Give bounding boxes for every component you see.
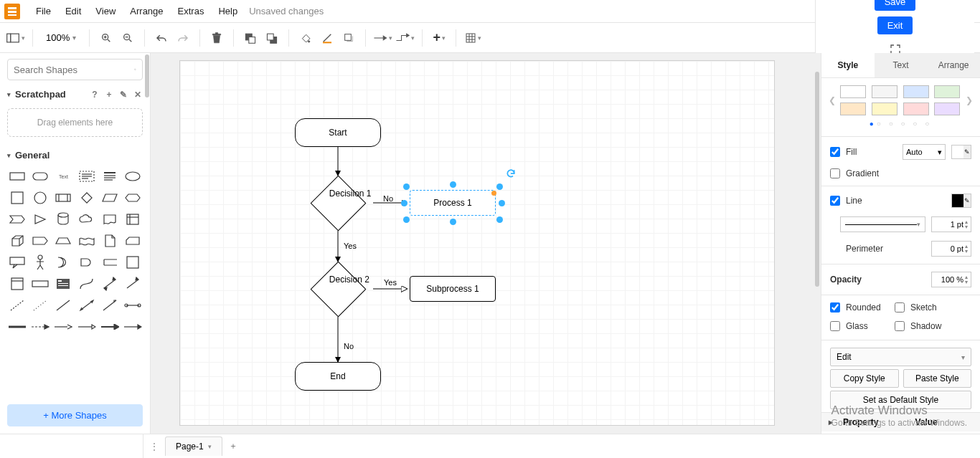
sel-handle-e[interactable] [499, 200, 505, 206]
line-color-button[interactable] [318, 28, 336, 48]
shape-ellipse[interactable] [123, 168, 143, 185]
swatch-4[interactable] [840, 102, 866, 115]
shape-callout[interactable] [7, 254, 27, 271]
canvas-scrollbar[interactable] [815, 57, 819, 408]
swatch-pager[interactable]: ●○ ○ ○ ○ ○ [821, 118, 980, 133]
menu-file[interactable]: File [29, 6, 58, 16]
scratchpad-edit-icon[interactable]: ✎ [118, 90, 128, 100]
shape-step[interactable] [7, 211, 27, 228]
swatch-prev[interactable]: ❮ [829, 95, 836, 105]
gradient-checkbox[interactable] [830, 168, 840, 178]
shape-text[interactable]: Text [53, 168, 73, 185]
shape-datastore[interactable] [100, 254, 120, 271]
drawing-page[interactable]: Start Decisiion 1 No Yes Process 1 [179, 60, 775, 426]
swatch-3[interactable] [934, 85, 960, 98]
swatch-1[interactable] [872, 85, 897, 98]
shape-conn-solid[interactable] [100, 318, 120, 335]
paste-style-button[interactable]: Paste Style [903, 369, 972, 388]
line-width[interactable]: 1 pt▴▾ [931, 216, 971, 232]
shape-hexagon[interactable] [123, 189, 143, 206]
shape-diamond[interactable] [76, 189, 96, 206]
shape-cloud[interactable] [76, 211, 96, 228]
shape-thick-line[interactable] [7, 318, 27, 335]
shape-curve[interactable] [76, 275, 96, 292]
swatch-next[interactable]: ❯ [966, 95, 973, 105]
insert-button[interactable]: +▾ [430, 28, 448, 48]
fill-checkbox[interactable] [830, 147, 840, 157]
shape-or[interactable] [53, 254, 73, 271]
edit-style-select[interactable]: Edit▾ [830, 348, 971, 366]
delete-button[interactable] [207, 28, 226, 48]
opacity-value[interactable]: 100 %▴▾ [931, 272, 971, 287]
tab-style[interactable]: Style [821, 53, 875, 77]
shape-cylinder[interactable] [53, 211, 73, 228]
tab-arrange[interactable]: Arrange [927, 53, 980, 77]
more-shapes-button[interactable]: + More Shapes [7, 404, 143, 426]
rotate-handle[interactable] [506, 168, 516, 178]
swatch-7[interactable] [934, 102, 960, 115]
sketch-checkbox[interactable] [895, 302, 905, 313]
pages-menu-button[interactable]: ⋮ [143, 442, 165, 452]
connection-point[interactable] [491, 191, 496, 196]
swatch-6[interactable] [903, 102, 929, 115]
scratchpad-add-icon[interactable]: + [104, 90, 114, 100]
shape-conn-dashed[interactable] [30, 318, 50, 335]
shadow-checkbox[interactable] [895, 321, 905, 331]
shadow-button[interactable] [339, 28, 358, 48]
node-start[interactable]: Start [295, 118, 381, 147]
line-style-select[interactable]: ▾ [840, 216, 925, 232]
zoom-control[interactable]: 100% ▾ [40, 32, 82, 43]
canvas[interactable]: Start Decisiion 1 No Yes Process 1 [151, 53, 821, 434]
sel-handle-nw[interactable] [403, 183, 410, 190]
shape-line[interactable] [53, 297, 73, 314]
scratchpad-header[interactable]: ▾ Scratchpad ? + ✎ ✕ [0, 85, 150, 104]
node-decision2[interactable]: Decision 2 [311, 262, 367, 318]
shape-trapezoid[interactable] [53, 232, 73, 249]
shape-dotted-line[interactable] [30, 297, 50, 314]
shape-dirline[interactable] [100, 297, 120, 314]
menu-view[interactable]: View [88, 6, 123, 16]
general-header[interactable]: ▾ General [0, 145, 150, 165]
swatch-0[interactable] [840, 85, 866, 98]
search-input[interactable] [14, 65, 134, 75]
shape-cube[interactable] [7, 232, 27, 249]
connection-button[interactable]: ▾ [373, 28, 392, 48]
shape-heading[interactable] [100, 168, 120, 185]
sel-handle-se[interactable] [496, 216, 503, 223]
shape-process[interactable] [53, 189, 73, 206]
shape-internal-storage[interactable] [123, 211, 143, 228]
line-checkbox[interactable] [830, 196, 840, 206]
node-subprocess1[interactable]: Subprocess 1 [410, 276, 496, 302]
menu-help[interactable]: Help [211, 6, 245, 16]
shape-hrect[interactable] [30, 275, 50, 292]
menu-arrange[interactable]: Arrange [123, 6, 170, 16]
zoom-in-button[interactable] [97, 28, 116, 48]
swatch-5[interactable] [872, 102, 897, 115]
node-end[interactable]: End [295, 362, 381, 391]
shape-conn-filled[interactable] [123, 318, 143, 335]
save-button[interactable]: Save [875, 0, 916, 11]
shape-step2[interactable] [30, 232, 50, 249]
fill-color[interactable]: ✎ [951, 145, 971, 159]
to-back-button[interactable] [263, 28, 281, 48]
swatch-2[interactable] [903, 85, 929, 98]
shape-list[interactable] [53, 275, 73, 292]
waypoint-button[interactable]: ▾ [395, 28, 415, 48]
shape-tape[interactable] [76, 232, 96, 249]
shape-parallelogram[interactable] [100, 189, 120, 206]
tab-text[interactable]: Text [875, 53, 928, 77]
sel-handle-n[interactable] [450, 181, 456, 188]
exit-button[interactable]: Exit [877, 16, 913, 34]
sel-handle-sw[interactable] [403, 216, 410, 223]
shape-circle[interactable] [30, 189, 50, 206]
shape-frame[interactable] [7, 275, 27, 292]
shape-triangle[interactable] [30, 211, 50, 228]
shape-biline[interactable] [76, 297, 96, 314]
shape-link[interactable] [123, 297, 143, 314]
shape-document[interactable] [100, 211, 120, 228]
scratchpad-close-icon[interactable]: ✕ [133, 90, 143, 100]
fill-mode-select[interactable]: Auto▾ [903, 144, 946, 160]
shape-rect[interactable] [7, 168, 27, 185]
undo-button[interactable] [152, 28, 171, 48]
shape-note[interactable] [100, 232, 120, 249]
